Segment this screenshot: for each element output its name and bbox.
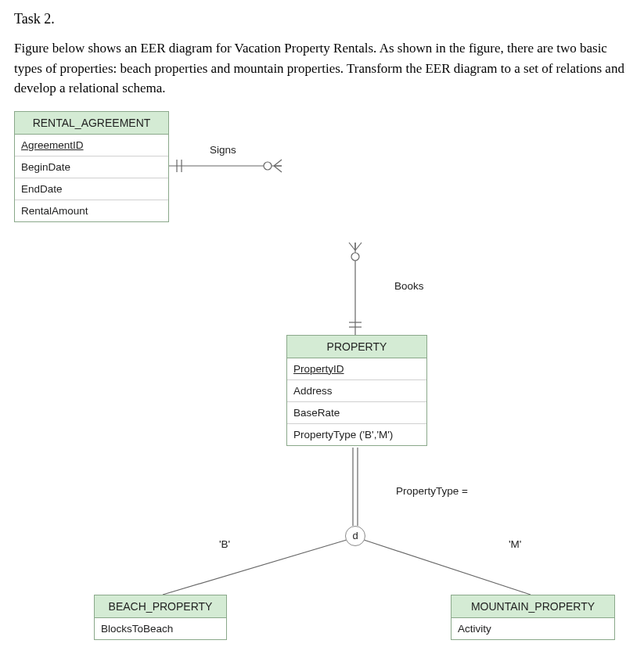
svg-line-9 [349,243,355,250]
relationship-books-label: Books [394,280,424,292]
rental-agreement-attr-rentalamount: RentalAmount [15,200,168,221]
task-description: Figure below shows an EER diagram for Va… [14,38,630,99]
entity-beach-property: BEACH_PROPERTY BlocksToBeach [94,595,227,640]
relationship-signs-label: Signs [210,144,236,156]
svg-line-10 [355,243,362,250]
rental-agreement-attr-begindate: BeginDate [15,156,168,178]
discriminator-label: PropertyType = [396,485,468,497]
task-title: Task 2. [14,11,630,27]
entity-mountain-property-name: MOUNTAIN_PROPERTY [452,595,614,618]
subtype-disjoint-indicator: d [345,526,365,546]
svg-point-3 [264,162,272,170]
eer-diagram: RENTER RenterID Name Address RENTAL_AGRE… [14,111,632,651]
property-attr-propertytype: PropertyType ('B','M') [287,424,426,445]
svg-line-16 [163,540,347,595]
property-attr-baserate: BaseRate [287,402,426,424]
entity-property: PROPERTY PropertyID Address BaseRate Pro… [286,335,427,446]
mountain-property-attr-activity: Activity [452,618,614,639]
svg-line-17 [364,540,531,595]
subtype-b-label: 'B' [219,538,230,550]
property-attr-address: Address [287,380,426,402]
entity-rental-agreement: RENTAL_AGREEMENT AgreementID BeginDate E… [14,111,169,222]
entity-property-name: PROPERTY [287,336,426,358]
rental-agreement-attr-enddate: EndDate [15,178,168,200]
property-pk: PropertyID [287,358,426,380]
subtype-m-label: 'M' [509,538,521,550]
svg-line-5 [274,166,282,172]
entity-mountain-property: MOUNTAIN_PROPERTY Activity [451,595,615,640]
svg-line-4 [274,160,282,166]
beach-property-attr-blockstobeach: BlocksToBeach [95,618,226,639]
entity-beach-property-name: BEACH_PROPERTY [95,595,226,618]
rental-agreement-pk: AgreementID [15,135,168,156]
entity-rental-agreement-name: RENTAL_AGREEMENT [15,112,168,135]
svg-point-8 [351,253,359,261]
